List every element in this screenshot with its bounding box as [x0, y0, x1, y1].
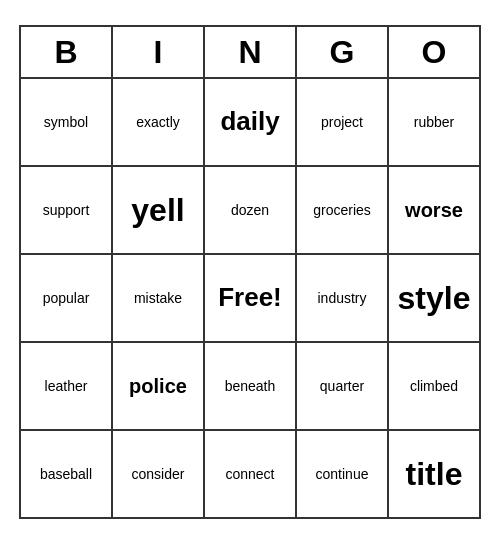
header-letter-g: G	[297, 27, 389, 79]
cell-text-3-3: quarter	[320, 378, 364, 395]
bingo-cell-1-0: support	[21, 167, 113, 255]
bingo-cell-1-1: yell	[113, 167, 205, 255]
bingo-row-1: supportyelldozengroceriesworse	[21, 167, 481, 255]
cell-text-1-4: worse	[405, 198, 463, 222]
bingo-cell-2-0: popular	[21, 255, 113, 343]
bingo-cell-3-0: leather	[21, 343, 113, 431]
bingo-cell-0-4: rubber	[389, 79, 481, 167]
header-letter-n: N	[205, 27, 297, 79]
bingo-row-3: leatherpolicebeneathquarterclimbed	[21, 343, 481, 431]
bingo-cell-4-3: continue	[297, 431, 389, 519]
bingo-cell-3-1: police	[113, 343, 205, 431]
cell-text-4-0: baseball	[40, 466, 92, 483]
cell-text-1-2: dozen	[231, 202, 269, 219]
bingo-cell-4-0: baseball	[21, 431, 113, 519]
cell-text-2-0: popular	[43, 290, 90, 307]
bingo-cell-0-0: symbol	[21, 79, 113, 167]
bingo-row-0: symbolexactlydailyprojectrubber	[21, 79, 481, 167]
bingo-cell-4-4: title	[389, 431, 481, 519]
cell-text-4-2: connect	[225, 466, 274, 483]
cell-text-0-4: rubber	[414, 114, 454, 131]
cell-text-0-2: daily	[220, 106, 279, 137]
bingo-cell-4-2: connect	[205, 431, 297, 519]
bingo-cell-4-1: consider	[113, 431, 205, 519]
bingo-cell-2-4: style	[389, 255, 481, 343]
cell-text-1-0: support	[43, 202, 90, 219]
header-letter-i: I	[113, 27, 205, 79]
cell-text-1-3: groceries	[313, 202, 371, 219]
cell-text-4-4: title	[406, 455, 463, 493]
bingo-cell-0-1: exactly	[113, 79, 205, 167]
cell-text-2-2: Free!	[218, 282, 282, 313]
bingo-cell-2-1: mistake	[113, 255, 205, 343]
cell-text-3-0: leather	[45, 378, 88, 395]
cell-text-3-4: climbed	[410, 378, 458, 395]
bingo-cell-1-2: dozen	[205, 167, 297, 255]
bingo-row-2: popularmistakeFree!industrystyle	[21, 255, 481, 343]
cell-text-3-2: beneath	[225, 378, 276, 395]
cell-text-0-0: symbol	[44, 114, 88, 131]
bingo-cell-2-3: industry	[297, 255, 389, 343]
header-row: BINGO	[21, 27, 481, 79]
bingo-cell-0-2: daily	[205, 79, 297, 167]
bingo-row-4: baseballconsiderconnectcontinuetitle	[21, 431, 481, 519]
bingo-cell-1-3: groceries	[297, 167, 389, 255]
header-letter-o: O	[389, 27, 481, 79]
bingo-cell-3-3: quarter	[297, 343, 389, 431]
cell-text-2-4: style	[398, 279, 471, 317]
cell-text-1-1: yell	[131, 191, 184, 229]
cell-text-4-1: consider	[132, 466, 185, 483]
cell-text-4-3: continue	[316, 466, 369, 483]
cell-text-2-3: industry	[317, 290, 366, 307]
cell-text-0-1: exactly	[136, 114, 180, 131]
cell-text-2-1: mistake	[134, 290, 182, 307]
header-letter-b: B	[21, 27, 113, 79]
cell-text-3-1: police	[129, 374, 187, 398]
bingo-cell-3-4: climbed	[389, 343, 481, 431]
bingo-cell-2-2: Free!	[205, 255, 297, 343]
bingo-cell-1-4: worse	[389, 167, 481, 255]
bingo-card: BINGO symbolexactlydailyprojectrubbersup…	[19, 25, 481, 519]
bingo-cell-3-2: beneath	[205, 343, 297, 431]
bingo-cell-0-3: project	[297, 79, 389, 167]
cell-text-0-3: project	[321, 114, 363, 131]
